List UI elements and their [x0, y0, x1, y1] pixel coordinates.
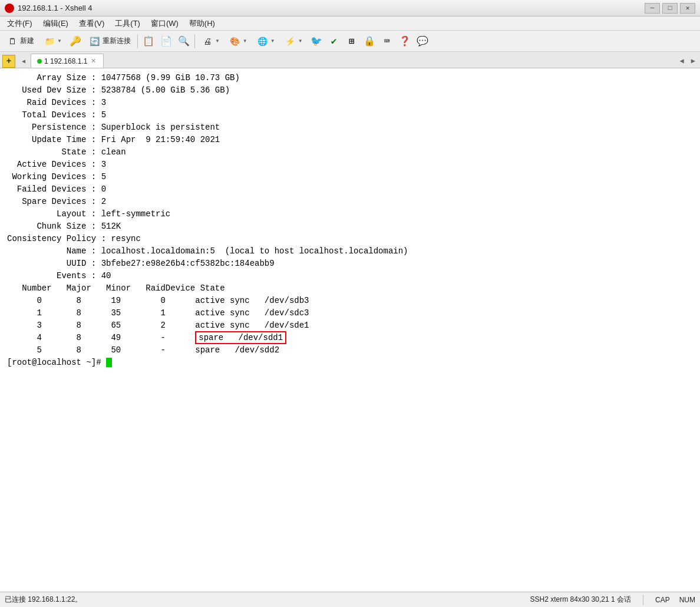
session-info: SSH2 xterm 84x30 30,21 1 会话 — [530, 595, 631, 605]
tab-label: 1 192.168.1.1 — [44, 57, 87, 65]
favorite-button[interactable]: 🐦 — [308, 33, 325, 50]
help-icon: ❓ — [399, 35, 411, 47]
menubar-item[interactable]: 工具(T) — [110, 17, 145, 30]
statusbar: 已连接 192.168.1.1:22。 SSH2 xterm 84x30 30,… — [0, 592, 700, 607]
window-title: 192.168.1.1 - Xshell 4 — [18, 4, 92, 12]
lock-button[interactable]: 🔒 — [361, 33, 378, 50]
script-dropdown-arrow: ▼ — [298, 38, 303, 44]
paste-button[interactable]: 📄 — [158, 33, 174, 50]
globe-button[interactable]: 🌐 ▼ — [253, 33, 279, 50]
help-button[interactable]: ❓ — [397, 33, 413, 50]
folder-icon: 📁 — [44, 35, 55, 47]
tab-nav-prev[interactable]: ◀ — [678, 55, 686, 67]
dropdown-arrow: ▼ — [57, 38, 62, 44]
maximize-button[interactable]: □ — [662, 3, 678, 14]
lock-icon: 🔒 — [364, 35, 375, 47]
chat-button[interactable]: 💬 — [414, 33, 431, 50]
terminal-line: Number Major Minor RaidDevice State — [7, 282, 693, 295]
terminal-line: 1 8 35 1 active sync /dev/sdc3 — [7, 307, 693, 319]
terminal-line: 0 8 19 0 active sync /dev/sdb3 — [7, 295, 693, 307]
terminal-line: Raid Devices : 3 — [7, 97, 693, 109]
toolbar-separator-1 — [137, 34, 138, 48]
tab-close-button[interactable]: ✕ — [90, 57, 97, 65]
terminal-line: Events : 40 — [7, 270, 693, 282]
terminal-line: Total Devices : 5 — [7, 109, 693, 121]
menubar-item[interactable]: 编辑(E) — [38, 17, 73, 30]
copy-icon: 📋 — [143, 35, 154, 47]
key-button[interactable]: 🔑 — [67, 33, 84, 50]
check-button[interactable]: ✔ — [326, 33, 342, 50]
terminal[interactable]: Array Size : 10477568 (9.99 GiB 10.73 GB… — [0, 68, 700, 592]
open-folder-button[interactable]: 📁 ▼ — [39, 33, 66, 50]
terminal-line: Array Size : 10477568 (9.99 GiB 10.73 GB… — [7, 72, 693, 84]
highlighted-spare: spare /dev/sdd1 — [195, 331, 286, 344]
grid-button[interactable]: ⊞ — [344, 33, 360, 50]
terminal-line: Failed Devices : 0 — [7, 183, 693, 196]
terminal-line: Update Time : Fri Apr 9 21:59:40 2021 — [7, 134, 693, 146]
paste-icon: 📄 — [160, 35, 172, 47]
reconnect-button[interactable]: 🔄 重新连接 — [85, 33, 135, 50]
terminal-line: Working Devices : 5 — [7, 171, 693, 183]
statusbar-right: SSH2 xterm 84x30 30,21 1 会话 CAP NUM — [530, 595, 695, 605]
menubar: 文件(F)编辑(E)查看(V)工具(T)窗口(W)帮助(H) — [0, 17, 700, 31]
new-tab-button[interactable]: + — [2, 55, 15, 68]
menubar-item[interactable]: 查看(V) — [74, 17, 109, 30]
reconnect-icon: 🔄 — [89, 35, 101, 47]
app-icon — [5, 4, 14, 13]
terminal-line: Persistence : Superblock is persistent — [7, 121, 693, 134]
grid-icon: ⊞ — [349, 35, 355, 47]
keyboard-button[interactable]: ⌨ — [379, 33, 395, 50]
terminal-line: Chunk Size : 512K — [7, 220, 693, 233]
search-button[interactable]: 🔍 — [176, 33, 192, 50]
print-button[interactable]: 🖨 ▼ — [197, 33, 224, 50]
statusbar-separator — [643, 595, 643, 605]
terminal-line: Active Devices : 3 — [7, 159, 693, 171]
script-button[interactable]: ⚡ ▼ — [280, 33, 307, 50]
terminal-line: 4 8 49 - spare /dev/sdd1 — [7, 332, 693, 344]
new-icon: 🗒 — [6, 35, 18, 47]
terminal-line: [root@localhost ~]# — [7, 357, 693, 369]
keyboard-icon: ⌨ — [384, 35, 390, 47]
terminal-line: 3 8 65 2 active sync /dev/sde1 — [7, 319, 693, 332]
window-controls[interactable]: ─ □ ✕ — [645, 3, 695, 14]
globe-dropdown-arrow: ▼ — [270, 38, 275, 44]
terminal-line: Used Dev Size : 5238784 (5.00 GiB 5.36 G… — [7, 84, 693, 97]
key-icon: 🔑 — [70, 35, 81, 47]
terminal-line: 5 8 50 - spare /dev/sdd2 — [7, 344, 693, 357]
titlebar-left: 192.168.1.1 - Xshell 4 — [5, 4, 92, 13]
check-icon: ✔ — [331, 35, 337, 47]
toolbar-separator-2 — [194, 34, 195, 48]
print-icon: 🖨 — [202, 35, 213, 47]
tab-192-168-1-1[interactable]: 1 192.168.1.1 ✕ — [31, 54, 104, 68]
tab-nav-next[interactable]: ▶ — [689, 55, 698, 67]
close-button[interactable]: ✕ — [680, 3, 695, 14]
copy-button[interactable]: 📋 — [140, 33, 157, 50]
terminal-line: Name : localhost.localdomain:5 (local to… — [7, 245, 693, 258]
num-lock-status: NUM — [679, 596, 695, 604]
terminal-line: Spare Devices : 2 — [7, 196, 693, 208]
statusbar-left: 已连接 192.168.1.1:22。 — [5, 595, 82, 605]
minimize-button[interactable]: ─ — [645, 3, 660, 14]
menubar-item[interactable]: 帮助(H) — [184, 17, 220, 30]
terminal-line: Layout : left-symmetric — [7, 208, 693, 220]
menubar-item[interactable]: 文件(F) — [2, 17, 37, 30]
chat-icon: 💬 — [417, 35, 428, 47]
terminal-line: State : clean — [7, 146, 693, 159]
tab-nav-left[interactable]: ◀ — [19, 55, 28, 68]
titlebar: 192.168.1.1 - Xshell 4 ─ □ ✕ — [0, 0, 700, 17]
terminal-line: UUID : 3bfebe27:e98e26b4:cf5382bc:184eab… — [7, 258, 693, 270]
color-icon: 🎨 — [229, 35, 241, 47]
color-dropdown-arrow: ▼ — [243, 38, 247, 44]
tabbar-right: ◀ ▶ — [678, 55, 698, 68]
menubar-item[interactable]: 窗口(W) — [146, 17, 183, 30]
print-dropdown-arrow: ▼ — [215, 38, 220, 44]
terminal-line: Consistency Policy : resync — [7, 233, 693, 245]
globe-icon: 🌐 — [257, 35, 269, 47]
tabbar: + ◀ 1 192.168.1.1 ✕ ◀ ▶ — [0, 52, 700, 68]
color-button[interactable]: 🎨 ▼ — [225, 33, 252, 50]
new-button[interactable]: 🗒 新建 — [2, 33, 38, 50]
star-icon: 🐦 — [311, 35, 322, 47]
search-icon: 🔍 — [178, 35, 190, 47]
cursor — [106, 358, 112, 367]
connection-status: 已连接 192.168.1.1:22。 — [5, 595, 82, 605]
